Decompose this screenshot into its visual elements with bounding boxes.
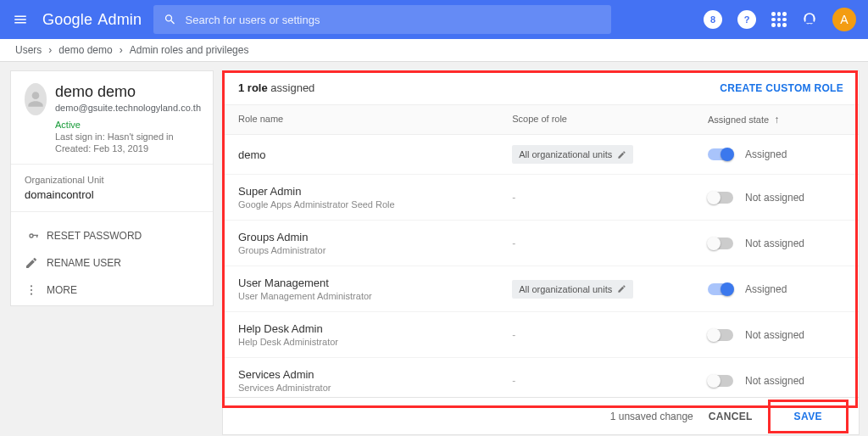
ou-label: Organizational Unit xyxy=(25,175,199,185)
role-description: Groups Administrator xyxy=(238,245,512,255)
svg-point-3 xyxy=(31,293,32,295)
role-name: Super Admin xyxy=(238,185,512,198)
panel-footer: 1 unsaved change CANCEL SAVE xyxy=(223,397,859,434)
role-name: Services Admin xyxy=(238,368,512,381)
account-avatar[interactable]: A xyxy=(832,8,856,31)
logo-google: Google xyxy=(42,11,92,29)
search-input[interactable] xyxy=(186,14,602,26)
role-description: Help Desk Administrator xyxy=(238,337,512,347)
user-avatar xyxy=(25,83,47,115)
pencil-icon xyxy=(25,256,38,270)
pencil-icon xyxy=(617,284,626,293)
scope-empty: - xyxy=(512,238,515,249)
app-header: Google Admin 8 ? A xyxy=(0,0,868,39)
rename-user-button[interactable]: RENAME USER xyxy=(25,249,199,277)
assign-toggle[interactable] xyxy=(708,375,733,387)
role-name: demo xyxy=(238,148,512,161)
user-email: demo@gsuite.technologyland.co.th xyxy=(55,103,201,113)
assign-toggle[interactable] xyxy=(708,148,733,160)
scope-chip[interactable]: All organizational units xyxy=(512,145,633,164)
col-state[interactable]: Assigned state ↑ xyxy=(708,114,843,126)
pencil-icon xyxy=(617,150,626,159)
assign-toggle[interactable] xyxy=(708,238,733,249)
role-description: Google Apps Administrator Seed Role xyxy=(238,199,512,210)
more-icon xyxy=(25,283,38,297)
panel-title: 1 role assigned xyxy=(238,81,314,94)
reset-password-button[interactable]: RESET PASSWORD xyxy=(25,222,199,249)
table-row: Groups AdminGroups Administrator-Not ass… xyxy=(223,221,859,266)
help-icon[interactable]: ? xyxy=(737,10,756,29)
table-row: demoAll organizational units Assigned xyxy=(223,135,859,175)
roles-panel: 1 role assigned CREATE CUSTOM ROLE Role … xyxy=(222,70,860,435)
role-name: User Management xyxy=(238,277,512,289)
breadcrumb: Users › demo demo › Admin roles and priv… xyxy=(0,39,868,62)
assign-toggle[interactable] xyxy=(708,329,733,341)
assign-toggle[interactable] xyxy=(708,192,733,204)
save-button[interactable]: SAVE xyxy=(779,405,837,428)
crumb-user[interactable]: demo demo xyxy=(58,44,112,56)
logo: Google Admin xyxy=(42,11,142,29)
notifications-icon[interactable] xyxy=(802,11,817,29)
scope-empty: - xyxy=(512,192,515,204)
crumb-users[interactable]: Users xyxy=(15,44,42,56)
header-icons: 8 ? A xyxy=(704,8,856,31)
state-text: Not assigned xyxy=(745,375,804,387)
sort-asc-icon: ↑ xyxy=(774,114,779,126)
scope-chip[interactable]: All organizational units xyxy=(512,280,633,299)
scope-empty: - xyxy=(512,329,515,341)
state-text: Assigned xyxy=(745,283,787,295)
user-card: demo demo demo@gsuite.technologyland.co.… xyxy=(10,70,214,306)
role-name: Help Desk Admin xyxy=(238,322,512,335)
user-status: Active xyxy=(55,120,201,130)
logo-admin: Admin xyxy=(97,11,142,29)
apps-icon[interactable] xyxy=(771,12,787,27)
table-row: Services AdminServices Administrator-Not… xyxy=(223,358,859,397)
state-text: Not assigned xyxy=(745,329,804,341)
badge-icon[interactable]: 8 xyxy=(704,10,722,29)
ou-value: domaincontrol xyxy=(25,188,199,201)
table-row: Super AdminGoogle Apps Administrator See… xyxy=(223,175,859,221)
cancel-button[interactable]: CANCEL xyxy=(709,411,753,422)
role-description: User Management Administrator xyxy=(238,291,512,301)
state-text: Assigned xyxy=(745,148,787,160)
col-scope: Scope of role xyxy=(512,114,708,126)
svg-point-2 xyxy=(31,289,32,291)
table-header: Role name Scope of role Assigned state ↑ xyxy=(223,105,859,135)
unsaved-info: 1 unsaved change xyxy=(610,411,693,422)
key-icon xyxy=(25,229,38,243)
create-custom-role-button[interactable]: CREATE CUSTOM ROLE xyxy=(720,82,843,94)
table-row: Help Desk AdminHelp Desk Administrator-N… xyxy=(223,312,859,358)
save-highlight: SAVE xyxy=(768,400,849,433)
user-name: demo demo xyxy=(55,83,201,101)
search-box[interactable] xyxy=(153,5,611,34)
scope-empty: - xyxy=(512,375,515,387)
state-text: Not assigned xyxy=(745,192,804,204)
role-description: Services Administrator xyxy=(238,383,512,393)
crumb-current: Admin roles and privileges xyxy=(130,44,249,56)
last-signin: Last sign in: Hasn't signed in xyxy=(55,131,201,142)
more-button[interactable]: MORE xyxy=(25,277,199,304)
svg-point-1 xyxy=(31,285,32,287)
menu-icon[interactable] xyxy=(10,9,31,30)
assign-toggle[interactable] xyxy=(708,283,733,295)
role-name: Groups Admin xyxy=(238,231,512,243)
search-icon xyxy=(164,13,176,26)
state-text: Not assigned xyxy=(745,238,804,249)
table-row: User ManagementUser Management Administr… xyxy=(223,266,859,312)
col-role-name: Role name xyxy=(238,114,512,126)
created-date: Created: Feb 13, 2019 xyxy=(55,143,201,154)
